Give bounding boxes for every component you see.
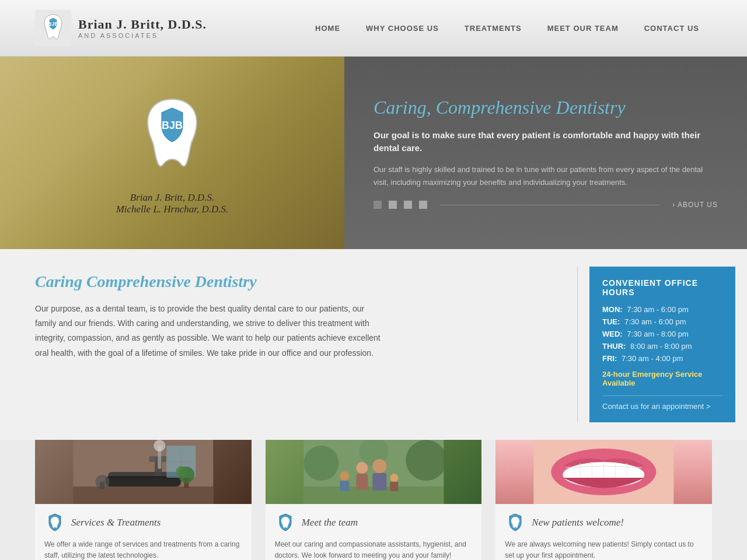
svg-point-21 xyxy=(406,440,446,481)
cards-section: Services & Treatments We offer a wide ra… xyxy=(0,440,747,560)
card-services-body: We offer a wide range of services and tr… xyxy=(35,539,252,560)
card-team-body: Meet our caring and compassionate assist… xyxy=(266,539,482,560)
doctor1-name: Brian J. Britt, D.D.S. xyxy=(116,192,229,204)
card-team-title-row: Meet the team xyxy=(266,512,482,533)
svg-rect-25 xyxy=(372,473,386,491)
hours-wed: WED: 7:30 am - 8:00 pm xyxy=(602,330,722,338)
svg-point-28 xyxy=(340,471,349,481)
svg-rect-4 xyxy=(73,487,213,504)
hero-subheading: Our goal is to make sure that every pati… xyxy=(374,129,718,155)
svg-point-12 xyxy=(153,440,165,452)
svg-rect-27 xyxy=(356,474,368,490)
card-services-icon xyxy=(44,512,65,533)
hero-text-panel: Caring, Comprehensive Dentistry Our goal… xyxy=(344,57,747,249)
svg-text:BJB: BJB xyxy=(48,21,59,27)
nav-meet-our-team[interactable]: MEET OUR TEAM xyxy=(535,0,631,57)
hero-image-content: BJB Brian J. Britt, D.D.S. Michelle L. H… xyxy=(116,90,229,215)
card-services-image xyxy=(35,440,252,504)
card-services-title-row: Services & Treatments xyxy=(35,512,252,533)
svg-rect-31 xyxy=(390,482,398,491)
card-services-title: Services & Treatments xyxy=(71,517,160,528)
logo-text-area: Brian J. Britt, D.D.S. AND ASSOCIATES xyxy=(78,17,207,39)
hours-fri: FRI: 7:30 am - 4:00 pm xyxy=(602,354,722,363)
card-team: Meet the team Meet our caring and compas… xyxy=(266,440,482,560)
svg-rect-15 xyxy=(166,461,196,463)
hero-headline: Caring, Comprehensive Dentistry xyxy=(374,97,718,118)
main-body-text: Our purpose, as a dental team, is to pro… xyxy=(35,302,385,360)
svg-point-24 xyxy=(372,459,386,473)
logo-title: Brian J. Britt, D.D.S. xyxy=(78,17,207,32)
nav-why-choose-us[interactable]: WHY CHOOSE US xyxy=(353,0,452,57)
office-hours-box: CONVENIENT OFFICE HOURS MON: 7:30 am - 6… xyxy=(589,267,735,422)
doctor2-name: Michelle L. Hrnchar, D.D.S. xyxy=(116,204,229,215)
slide-dot-4[interactable] xyxy=(419,201,427,209)
card-new-patients-image xyxy=(495,440,712,504)
hero-tooth-logo: BJB xyxy=(125,90,219,184)
slide-dot-3[interactable] xyxy=(404,201,412,209)
card-team-title: Meet the team xyxy=(302,517,358,528)
svg-text:BJB: BJB xyxy=(162,120,183,131)
hero-body-text: Our staff is highly skilled and trained … xyxy=(374,163,718,189)
sidebar: CONVENIENT OFFICE HOURS MON: 7:30 am - 6… xyxy=(578,249,747,440)
card-new-patients-title-row: New patients welcome! xyxy=(495,512,712,533)
svg-rect-10 xyxy=(100,482,104,489)
logo-area: BJB Brian J. Britt, D.D.S. AND ASSOCIATE… xyxy=(35,10,207,46)
card-new-patients-title: New patients welcome! xyxy=(532,517,624,528)
hero-divider-line xyxy=(440,205,659,205)
cards-row: Services & Treatments We offer a wide ra… xyxy=(35,440,712,560)
hero-image: BJB Brian J. Britt, D.D.S. Michelle L. H… xyxy=(0,57,344,249)
nav: HOME WHY CHOOSE US TREATMENTS MEET OUR T… xyxy=(302,0,712,57)
hero-section: BJB Brian J. Britt, D.D.S. Michelle L. H… xyxy=(0,57,747,249)
slide-dot-2[interactable] xyxy=(389,201,397,209)
contact-appointment-link[interactable]: Contact us for an appointment > xyxy=(602,402,722,411)
office-hours-title: CONVENIENT OFFICE HOURS xyxy=(602,278,722,297)
hero-doctors: Brian J. Britt, D.D.S. Michelle L. Hrnch… xyxy=(116,192,229,215)
card-new-patients-icon xyxy=(505,512,526,533)
hours-tue: TUE: 7:30 am - 6:00 pm xyxy=(602,317,722,326)
nav-treatments[interactable]: TREATMENTS xyxy=(452,0,535,57)
office-hours-divider xyxy=(602,396,722,396)
card-new-patients-body: We are always welcoming new patients! Si… xyxy=(495,539,712,560)
svg-point-26 xyxy=(356,462,368,474)
nav-contact-us[interactable]: CONTACT US xyxy=(631,0,712,57)
svg-point-30 xyxy=(390,474,398,482)
content-area: Caring Comprehensive Dentistry Our purpo… xyxy=(0,249,577,440)
nav-home[interactable]: HOME xyxy=(302,0,353,57)
about-us-link[interactable]: › ABOUT US xyxy=(672,201,718,209)
card-team-image xyxy=(266,440,482,504)
hours-mon: MON: 7:30 am - 6:00 pm xyxy=(602,305,722,314)
main-content: Caring Comprehensive Dentistry Our purpo… xyxy=(0,249,747,440)
svg-point-18 xyxy=(176,466,187,478)
hours-thur: THUR: 8:00 am - 8:00 pm xyxy=(602,342,722,351)
logo-subtitle: AND ASSOCIATES xyxy=(78,32,207,39)
card-team-icon xyxy=(275,512,296,533)
card-new-patients: New patients welcome! We are always welc… xyxy=(495,440,712,560)
header: BJB Brian J. Britt, D.D.S. AND ASSOCIATE… xyxy=(0,0,747,57)
main-heading: Caring Comprehensive Dentistry xyxy=(35,272,548,291)
svg-rect-29 xyxy=(340,481,349,491)
card-services: Services & Treatments We offer a wide ra… xyxy=(35,440,252,560)
svg-point-20 xyxy=(303,446,338,481)
logo-icon: BJB xyxy=(35,10,71,46)
emergency-text: 24-hour Emergency Service Available xyxy=(602,370,722,387)
slide-dot-1[interactable] xyxy=(374,201,382,209)
hero-footer: › ABOUT US xyxy=(374,201,718,209)
